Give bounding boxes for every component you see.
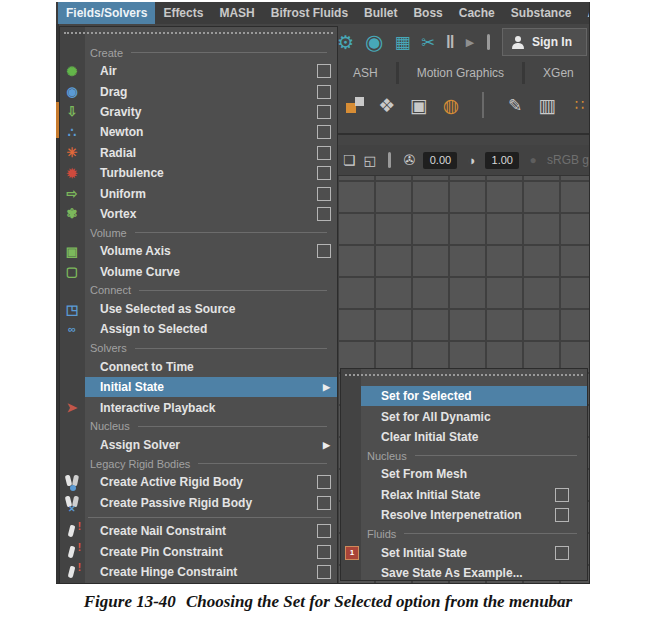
- menu-item-create-passive-rigid-body[interactable]: ✕Create Passive Rigid Body: [60, 493, 337, 513]
- option-box-checkbox[interactable]: [317, 244, 331, 258]
- menu-item-use-selected-as-source[interactable]: ◳Use Selected as Source: [60, 299, 337, 319]
- menubar-item-bullet[interactable]: Bullet: [356, 2, 405, 24]
- menu-item-air[interactable]: ✺Air: [60, 61, 337, 81]
- option-box-checkbox[interactable]: [317, 524, 331, 538]
- toggle-off-icon[interactable]: ●: [527, 151, 539, 169]
- option-box-checkbox[interactable]: [317, 207, 331, 221]
- menu-item-turbulence[interactable]: ✹Turbulence: [60, 163, 337, 183]
- mash-node-box-icon-button[interactable]: ▣: [409, 91, 428, 119]
- menubar-item-mash[interactable]: MASH: [211, 2, 262, 24]
- submenu-item-resolve-interpenetration[interactable]: Resolve Interpenetration: [341, 505, 587, 525]
- menubar-item-fields-solvers[interactable]: Fields/Solvers: [58, 2, 155, 24]
- clapperboard-icon-button[interactable]: ▦: [394, 30, 410, 54]
- option-box-checkbox[interactable]: [317, 545, 331, 559]
- mash-distribute-icon-button[interactable]: ❖: [377, 91, 396, 119]
- fields-solvers-menu: Create✺Air◉Drag⇩Gravity∴Newton✳Radial✹Tu…: [59, 26, 338, 583]
- menubar-item-arnold[interactable]: Arnold: [579, 2, 589, 24]
- menu-section-legacy-rigid-bodies: Legacy Rigid Bodies: [60, 455, 337, 472]
- caption-emphasis: Set for Selected: [283, 592, 392, 611]
- menubar-item-cache[interactable]: Cache: [451, 2, 503, 24]
- submenu-item-relax-initial-state[interactable]: Relax Initial State: [341, 485, 587, 505]
- menu-item-assign-to-selected[interactable]: ∞Assign to Selected: [60, 319, 337, 339]
- section-label: Nucleus: [367, 450, 407, 462]
- menu-item-create-nail-constraint[interactable]: Create Nail Constraint: [60, 521, 337, 541]
- mash-world-icon-button[interactable]: ◍: [441, 91, 460, 119]
- gear-icon-button[interactable]: ⚙: [337, 30, 354, 54]
- menu-item-gravity[interactable]: ⇩Gravity: [60, 102, 337, 122]
- menu-item-connect-to-time[interactable]: Connect to Time: [60, 357, 337, 377]
- mash-create-icon-button[interactable]: [345, 91, 364, 119]
- option-box-checkbox[interactable]: [317, 125, 331, 139]
- shelf-divider: [474, 91, 493, 119]
- pause-icon-button[interactable]: ‖: [446, 30, 455, 54]
- menu-item-create-spring-constraint[interactable]: Create Spring Constraint: [60, 582, 337, 583]
- option-box-checkbox[interactable]: [555, 546, 569, 560]
- menu-item-assign-solver[interactable]: Assign Solver▶: [60, 435, 337, 455]
- pin-slider-icon-button[interactable]: [384, 151, 396, 169]
- section-label: Volume: [90, 227, 127, 239]
- menu-item-label: Gravity: [100, 105, 141, 119]
- submenu-tearoff-handle[interactable]: [341, 374, 587, 386]
- menubar-item-bifrost-fluids[interactable]: Bifrost Fluids: [263, 2, 356, 24]
- option-box-checkbox[interactable]: [317, 85, 331, 99]
- menu-item-create-hinge-constraint[interactable]: Create Hinge Constraint: [60, 562, 337, 582]
- option-box-checkbox[interactable]: [317, 475, 331, 489]
- option-box-checkbox[interactable]: [555, 488, 569, 502]
- submenu-item-set-from-mesh[interactable]: Set From Mesh: [341, 464, 587, 484]
- range-slider-icon-button[interactable]: [485, 30, 491, 54]
- mash-distribute-icon: ❖: [378, 94, 395, 117]
- aperture-icon-button[interactable]: ✇: [404, 151, 416, 169]
- mash-lattice-icon-button[interactable]: ▥: [538, 91, 557, 119]
- render-sphere-icon-button[interactable]: ◉: [365, 30, 383, 54]
- layers-icon-button[interactable]: ❏: [343, 151, 356, 169]
- menubar: Fields/SolversEffectsMASHBifrost FluidsB…: [56, 2, 589, 24]
- section-divider-line: [139, 290, 327, 291]
- shelf-tab-motion-graphics[interactable]: Motion Graphics: [399, 62, 522, 84]
- option-box-checkbox[interactable]: [317, 105, 331, 119]
- menu-tearoff-handle[interactable]: [60, 32, 337, 44]
- panel-separator: [335, 133, 589, 135]
- menu-item-vortex[interactable]: ✾Vortex: [60, 204, 337, 224]
- menubar-item-effects[interactable]: Effects: [155, 2, 211, 24]
- sign-in-button[interactable]: Sign In: [502, 28, 587, 56]
- mash-points-icon-button[interactable]: ∷: [570, 91, 589, 119]
- menu-item-initial-state[interactable]: Initial State▶: [60, 377, 337, 397]
- option-box-checkbox[interactable]: [317, 166, 331, 180]
- menubar-item-substance[interactable]: Substance: [503, 2, 580, 24]
- exposure-field[interactable]: 0.00: [423, 152, 457, 169]
- menu-item-interactive-playback[interactable]: ➤Interactive Playback: [60, 397, 337, 417]
- initial-state-submenu: Set for SelectedSet for All DynamicClear…: [340, 368, 588, 581]
- isolate-select-icon-button[interactable]: ◱: [364, 151, 376, 169]
- option-box-checkbox[interactable]: [555, 508, 569, 522]
- menu-item-volume-axis[interactable]: ▣Volume Axis: [60, 241, 337, 261]
- toggle-off-icon: ●: [530, 153, 537, 167]
- menu-item-volume-curve[interactable]: ▢Volume Curve: [60, 262, 337, 282]
- menu-item-drag[interactable]: ◉Drag: [60, 81, 337, 101]
- menu-item-label: Volume Curve: [100, 265, 180, 279]
- submenu-item-set-initial-state[interactable]: 1Set Initial State: [341, 542, 587, 562]
- menu-item-create-active-rigid-body[interactable]: Create Active Rigid Body: [60, 472, 337, 492]
- cut-tool-icon-button[interactable]: ✂: [421, 30, 434, 54]
- menu-section-nucleus: Nucleus: [60, 418, 337, 435]
- menu-item-create-pin-constraint[interactable]: Create Pin Constraint: [60, 541, 337, 561]
- shelf-tab-ash[interactable]: ASH: [335, 62, 396, 84]
- gamma-field[interactable]: 1.00: [485, 152, 519, 169]
- submenu-item-set-for-selected[interactable]: Set for Selected: [341, 386, 587, 406]
- colorspace-dropdown[interactable]: sRGB g: [547, 153, 589, 167]
- menubar-item-boss[interactable]: Boss: [405, 2, 450, 24]
- submenu-item-save-state-as-example[interactable]: Save State As Example...: [341, 563, 587, 581]
- submenu-item-set-for-all-dynamic[interactable]: Set for All Dynamic: [341, 406, 587, 426]
- option-box-checkbox[interactable]: [317, 64, 331, 78]
- submenu-item-clear-initial-state[interactable]: Clear Initial State: [341, 427, 587, 447]
- menu-item-radial[interactable]: ✳Radial: [60, 143, 337, 163]
- shelf-tab-xgen[interactable]: XGen: [525, 62, 589, 84]
- option-box-checkbox[interactable]: [317, 187, 331, 201]
- menu-item-label: Relax Initial State: [381, 488, 480, 502]
- option-box-checkbox[interactable]: [317, 496, 331, 510]
- menu-item-newton[interactable]: ∴Newton: [60, 122, 337, 142]
- option-box-checkbox[interactable]: [317, 146, 331, 160]
- option-box-checkbox[interactable]: [317, 565, 331, 579]
- menu-item-uniform[interactable]: ⇨Uniform: [60, 183, 337, 203]
- play-step-icon-button[interactable]: ▶: [466, 30, 474, 54]
- mash-curve-pen-icon-button[interactable]: ✎: [506, 91, 525, 119]
